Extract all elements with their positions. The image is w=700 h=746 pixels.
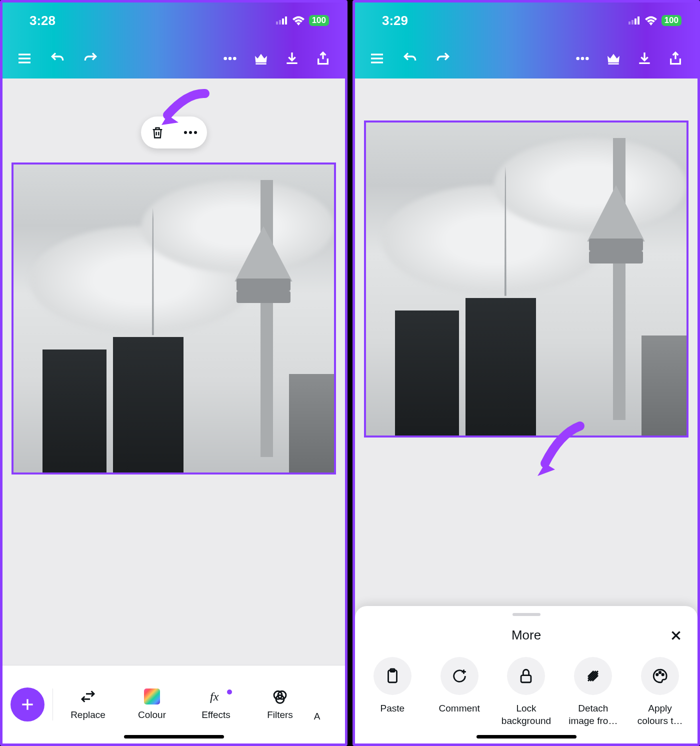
toolbar-label: Filters (267, 710, 293, 720)
svg-rect-27 (608, 63, 618, 64)
toolbar-filters[interactable]: Filters (248, 688, 312, 720)
svg-rect-3 (285, 16, 287, 24)
svg-rect-2 (282, 18, 284, 24)
signal-icon (628, 16, 640, 24)
svg-point-7 (224, 57, 227, 60)
wifi-icon (292, 16, 305, 26)
image-content (366, 122, 686, 436)
action-label-sub: background (502, 714, 551, 728)
sheet-actions-row: Paste Comment Lockbackground Detachimage… (355, 657, 698, 728)
action-label: Paste (380, 702, 405, 715)
svg-rect-19 (634, 18, 636, 24)
effects-indicator-dot (227, 690, 232, 694)
status-icons: 100 (276, 15, 329, 26)
svg-text:fx: fx (210, 690, 219, 703)
status-icons: 100 (628, 15, 682, 26)
svg-point-26 (586, 57, 589, 60)
action-label: Comment (439, 702, 480, 715)
svg-rect-1 (279, 20, 281, 24)
palette-icon (652, 668, 668, 684)
action-label: Detach (568, 702, 618, 715)
canvas-area[interactable]: Replace Colour fx Effects Filters A (2, 78, 345, 744)
toolbar-overflow[interactable]: A (312, 688, 322, 720)
sheet-header: More (355, 625, 698, 646)
add-button[interactable] (10, 688, 44, 722)
action-comment[interactable]: Comment (426, 657, 493, 728)
sheet-title: More (512, 628, 541, 643)
image-content (14, 164, 334, 472)
crown-icon[interactable] (253, 50, 269, 66)
close-icon (670, 629, 682, 642)
filters-icon (272, 688, 288, 704)
close-button[interactable] (666, 625, 686, 646)
redo-icon[interactable] (82, 50, 98, 66)
replace-icon (80, 688, 96, 704)
battery-indicator: 100 (662, 15, 682, 26)
action-paste[interactable]: Paste (359, 657, 426, 728)
action-label: Lock (502, 702, 551, 715)
toolbar-effects[interactable]: fx Effects (184, 688, 248, 720)
annotation-arrow-icon (525, 418, 590, 484)
selected-image-frame[interactable] (364, 120, 688, 438)
crown-icon[interactable] (606, 50, 622, 66)
undo-icon[interactable] (50, 50, 66, 66)
more-bottom-sheet: More Paste Comment Lockbackground (355, 606, 698, 744)
action-label-sub: colours t… (638, 714, 683, 728)
bottom-toolbar: Replace Colour fx Effects Filters A (2, 666, 345, 744)
download-icon[interactable] (636, 50, 652, 66)
svg-rect-10 (256, 63, 266, 64)
selected-image-frame[interactable] (12, 162, 336, 474)
more-horizontal-icon[interactable] (222, 50, 238, 66)
toolbar-colour[interactable]: Colour (120, 688, 184, 720)
lock-icon (518, 668, 534, 684)
share-icon[interactable] (668, 50, 684, 66)
toolbar-label: Effects (202, 710, 230, 720)
toolbar-replace[interactable]: Replace (56, 688, 120, 720)
svg-point-8 (228, 57, 232, 60)
svg-rect-0 (276, 22, 278, 24)
canvas-area[interactable]: More Paste Comment Lockbackground (355, 78, 698, 744)
wifi-icon (644, 16, 658, 26)
signal-icon (276, 16, 288, 24)
svg-point-38 (656, 674, 658, 675)
colour-icon (144, 688, 160, 704)
action-apply-colours[interactable]: Applycolours t… (626, 657, 694, 728)
toolbar-label: A (314, 711, 320, 720)
home-indicator[interactable] (476, 735, 576, 738)
phone-screenshot-left: 3:28 100 (0, 0, 348, 746)
share-icon[interactable] (315, 50, 331, 66)
home-indicator[interactable] (124, 735, 224, 738)
toolbar-divider (52, 688, 53, 720)
toolbar-label: Replace (70, 710, 106, 720)
effects-icon: fx (208, 688, 224, 704)
svg-rect-17 (628, 22, 630, 24)
status-time: 3:28 (30, 13, 56, 28)
menu-icon[interactable] (16, 50, 32, 66)
svg-point-9 (233, 57, 236, 60)
toolbar-label: Colour (138, 710, 166, 720)
action-lock-background[interactable]: Lockbackground (493, 657, 560, 728)
download-icon[interactable] (284, 50, 300, 66)
svg-rect-20 (638, 16, 640, 24)
more-horizontal-icon[interactable] (574, 50, 590, 66)
undo-icon[interactable] (402, 50, 418, 66)
redo-icon[interactable] (435, 50, 451, 66)
clipboard-icon (384, 668, 401, 684)
comment-icon (451, 668, 468, 684)
action-label-sub: image fro… (568, 714, 618, 728)
app-toolbar (2, 38, 345, 78)
sheet-drag-handle[interactable] (512, 613, 540, 616)
action-detach-image[interactable]: Detachimage fro… (560, 657, 626, 728)
svg-rect-32 (522, 675, 532, 682)
svg-point-24 (576, 57, 580, 60)
menu-icon[interactable] (369, 50, 385, 66)
status-bar: 3:28 100 (2, 2, 345, 38)
app-toolbar (355, 38, 698, 78)
detach-icon (584, 668, 602, 684)
status-bar: 3:29 100 (355, 2, 698, 38)
battery-indicator: 100 (309, 15, 329, 26)
svg-point-25 (581, 57, 584, 60)
action-label: Apply (638, 702, 683, 715)
svg-point-40 (662, 674, 664, 675)
phone-screenshot-right: 3:29 100 (352, 0, 700, 746)
